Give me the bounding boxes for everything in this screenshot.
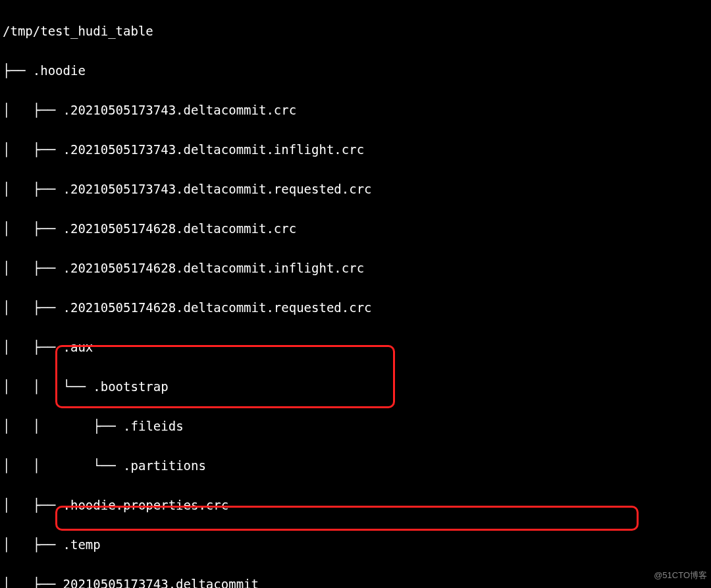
tree-item: │ ├── .20210505173743.deltacommit.reques… bbox=[3, 179, 711, 199]
tree-item: │ ├── 20210505173743.deltacommit bbox=[3, 574, 711, 588]
tree-item: │ ├── .20210505174628.deltacommit.inflig… bbox=[3, 258, 711, 278]
tree-root: /tmp/test_hudi_table bbox=[3, 21, 711, 41]
tree-item: │ ├── .20210505174628.deltacommit.reques… bbox=[3, 298, 711, 317]
tree-item: │ ├── .temp bbox=[3, 535, 711, 554]
tree-item: │ ├── .aux bbox=[3, 337, 711, 357]
tree-item: │ │ └── .bootstrap bbox=[3, 377, 711, 396]
tree-item: │ ├── .20210505173743.deltacommit.crc bbox=[3, 100, 711, 120]
tree-item: │ │ └── .partitions bbox=[3, 456, 711, 475]
watermark: @51CTO博客 bbox=[654, 566, 707, 585]
tree-item: │ ├── .20210505173743.deltacommit.inflig… bbox=[3, 140, 711, 159]
tree-item: │ ├── .20210505174628.deltacommit.crc bbox=[3, 219, 711, 238]
tree-output: /tmp/test_hudi_table ├── .hoodie │ ├── .… bbox=[0, 0, 711, 588]
tree-item: ├── .hoodie bbox=[3, 61, 711, 80]
tree-item: │ ├── .hoodie.properties.crc bbox=[3, 495, 711, 515]
tree-item: │ │ ├── .fileids bbox=[3, 416, 711, 436]
